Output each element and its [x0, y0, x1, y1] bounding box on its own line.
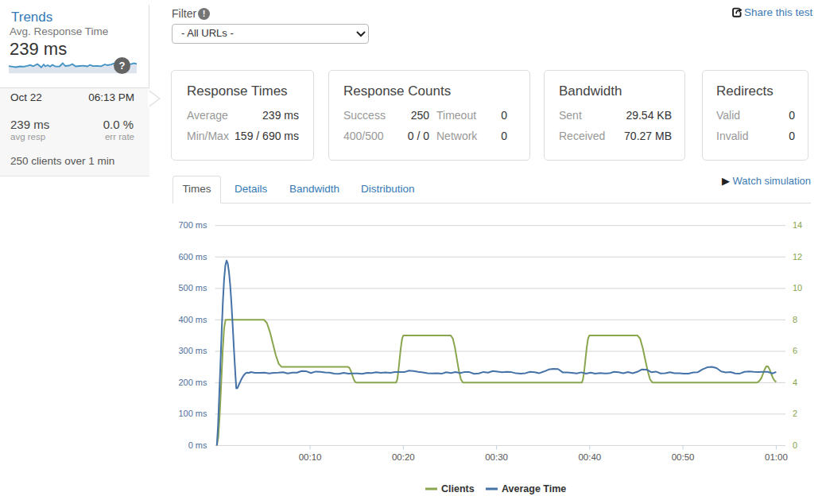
- svg-text:8: 8: [793, 315, 797, 324]
- svg-text:Clients: Clients: [441, 483, 475, 494]
- svg-text:0 ms: 0 ms: [188, 440, 207, 450]
- svg-text:00:10: 00:10: [299, 452, 322, 462]
- svg-text:2: 2: [793, 409, 797, 418]
- svg-text:500 ms: 500 ms: [178, 283, 207, 293]
- svg-text:6: 6: [793, 346, 797, 355]
- svg-text:400 ms: 400 ms: [178, 315, 207, 324]
- svg-text:300 ms: 300 ms: [178, 346, 207, 355]
- svg-text:01:00: 01:00: [765, 452, 788, 462]
- svg-text:100 ms: 100 ms: [178, 409, 207, 418]
- svg-text:4: 4: [793, 378, 797, 387]
- svg-text:12: 12: [793, 252, 802, 262]
- svg-text:00:50: 00:50: [672, 452, 695, 462]
- svg-text:00:20: 00:20: [392, 452, 415, 462]
- svg-text:14: 14: [793, 220, 802, 230]
- svg-text:00:40: 00:40: [578, 452, 601, 462]
- svg-text:00:30: 00:30: [485, 452, 508, 462]
- svg-text:600 ms: 600 ms: [178, 252, 207, 262]
- svg-text:200 ms: 200 ms: [178, 378, 207, 387]
- svg-text:700 ms: 700 ms: [178, 220, 207, 230]
- svg-text:10: 10: [793, 283, 802, 293]
- svg-text:0: 0: [793, 440, 797, 450]
- svg-text:Average Time: Average Time: [502, 483, 566, 494]
